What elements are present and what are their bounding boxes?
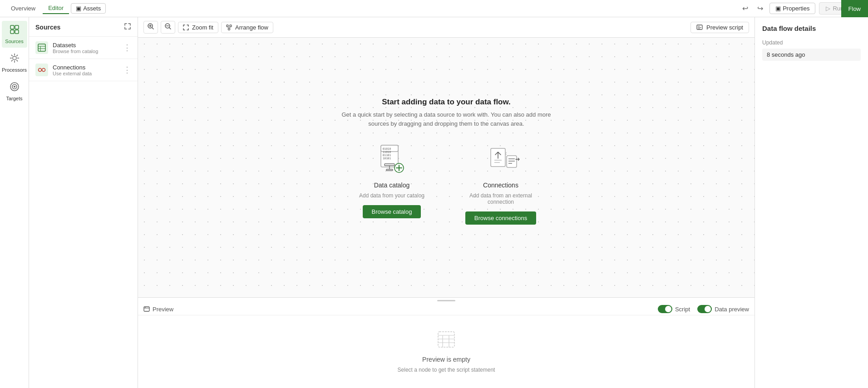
sidebar-item-targets[interactable]: Targets — [2, 78, 27, 105]
svg-line-10 — [16, 60, 18, 61]
svg-rect-56 — [507, 156, 517, 167]
svg-text:01101: 01101 — [383, 153, 391, 157]
targets-icon — [10, 82, 20, 94]
canvas-cards: 01010 11010 01101 10101 — [333, 142, 560, 225]
preview-icon — [143, 306, 150, 312]
svg-rect-16 — [38, 44, 45, 51]
datasets-name: Datasets — [53, 42, 118, 49]
assets-icon: ▣ — [76, 5, 81, 12]
zoom-in-button[interactable] — [143, 21, 158, 34]
canvas-center-desc: Get a quick start by selecting a data so… — [333, 110, 560, 128]
connections-source-icon — [35, 64, 48, 76]
datasets-source-item[interactable]: Datasets Browse from catalog ⋮ — [29, 37, 138, 59]
processors-icon — [10, 53, 20, 65]
svg-rect-31 — [230, 25, 232, 27]
browse-connections-button[interactable]: Browse connections — [465, 211, 536, 225]
datasets-icon — [35, 41, 48, 54]
svg-rect-1 — [15, 25, 19, 29]
connections-card-desc: Add data from an external connection — [460, 192, 542, 205]
connections-card: Connections Add data from an external co… — [460, 142, 542, 225]
data-catalog-icon: 01010 11010 01101 10101 — [371, 142, 412, 178]
undo-button[interactable]: ↩ — [740, 3, 751, 14]
bottom-resize-handle[interactable] — [138, 298, 755, 303]
connections-more-button[interactable]: ⋮ — [123, 65, 131, 75]
script-toggle-item: Script — [658, 305, 690, 313]
script-toggle-label: Script — [675, 306, 690, 313]
bottom-handle-bar — [437, 300, 455, 301]
properties-button[interactable]: ▣ Properties — [769, 3, 815, 14]
connections-card-name: Connections — [483, 182, 518, 189]
svg-rect-32 — [228, 28, 230, 30]
zoom-fit-button[interactable]: Zoom fit — [178, 22, 218, 33]
canvas-wrapper: Zoom fit Arrange flow — [138, 17, 755, 388]
tab-editor[interactable]: Editor — [43, 3, 69, 14]
connections-text: Connections Use external data — [53, 64, 118, 76]
svg-text:01010: 01010 — [383, 147, 391, 150]
zoom-out-button[interactable] — [161, 21, 175, 34]
data-preview-toggle-item: Data preview — [697, 305, 749, 313]
svg-point-20 — [39, 69, 42, 72]
toggle-group: Script Data preview — [658, 305, 749, 313]
empty-preview-title: Preview is empty — [422, 356, 470, 363]
sidebar-item-processors[interactable]: Processors — [2, 49, 27, 76]
canvas-grid: Start adding data to your data flow. Get… — [138, 38, 755, 297]
svg-line-12 — [11, 60, 12, 61]
svg-rect-47 — [386, 169, 393, 171]
svg-line-28 — [169, 28, 171, 29]
redo-button[interactable]: ↪ — [755, 3, 766, 14]
right-panel-title: Data flow details — [762, 25, 861, 32]
bottom-toolbar: Preview Script Data preview — [138, 303, 755, 315]
sources-icon — [10, 25, 20, 37]
sources-panel: Sources Datasets Browse from catalog — [29, 17, 138, 388]
svg-text:11010: 11010 — [383, 150, 391, 153]
data-catalog-name: Data catalog — [374, 182, 410, 189]
top-nav: Overview Editor ▣ Assets ↩ ↪ ▣ Propertie… — [0, 0, 868, 17]
sidebar-item-sources[interactable]: Sources — [2, 21, 27, 48]
connections-name: Connections — [53, 64, 118, 71]
datasets-more-button[interactable]: ⋮ — [123, 43, 131, 53]
main-layout: Sources Processors — [0, 17, 868, 388]
updated-value: 8 seconds ago — [762, 49, 861, 61]
targets-label: Targets — [6, 96, 22, 101]
sources-expand-button[interactable] — [124, 23, 131, 32]
svg-point-21 — [42, 69, 45, 72]
datasets-text: Datasets Browse from catalog — [53, 42, 118, 54]
svg-text:10101: 10101 — [383, 157, 391, 160]
data-catalog-card: 01010 11010 01101 10101 — [351, 142, 433, 218]
canvas-center-title: Start adding data to your data flow. — [333, 98, 560, 107]
sources-header: Sources — [29, 17, 138, 37]
data-preview-toggle[interactable] — [697, 305, 712, 313]
connections-card-icon — [480, 142, 521, 178]
connections-source-item[interactable]: Connections Use external data ⋮ — [29, 59, 138, 81]
right-panel: Data flow details Updated 8 seconds ago — [755, 17, 868, 388]
data-catalog-desc: Add data from your catalog — [359, 192, 424, 199]
data-preview-toggle-label: Data preview — [715, 306, 749, 313]
script-toggle[interactable] — [658, 305, 672, 313]
empty-preview-icon — [437, 331, 455, 352]
svg-rect-61 — [144, 307, 149, 311]
arrange-flow-button[interactable]: Arrange flow — [221, 22, 273, 33]
svg-line-11 — [16, 55, 18, 56]
connections-desc: Use external data — [53, 71, 118, 76]
svg-point-4 — [13, 56, 16, 60]
preview-script-button[interactable]: Preview script — [690, 22, 749, 33]
preview-label[interactable]: Preview — [143, 306, 173, 313]
updated-label: Updated — [762, 39, 861, 46]
empty-preview-desc: Select a node to get the script statemen… — [398, 367, 495, 373]
processors-label: Processors — [2, 67, 27, 73]
svg-rect-0 — [10, 25, 14, 29]
browse-catalog-button[interactable]: Browse catalog — [363, 205, 421, 218]
svg-line-24 — [152, 28, 154, 29]
datasets-desc: Browse from catalog — [53, 49, 118, 54]
svg-line-9 — [11, 55, 12, 56]
canvas-center: Start adding data to your data flow. Get… — [333, 98, 560, 225]
icon-sidebar: Sources Processors — [0, 17, 29, 388]
flow-tab: Flow — [841, 0, 868, 17]
svg-rect-64 — [438, 332, 454, 347]
run-icon: ▷ — [826, 5, 830, 12]
canvas-toolbar: Zoom fit Arrange flow — [138, 17, 755, 38]
bottom-panel: Preview Script Data preview — [138, 297, 755, 388]
assets-button[interactable]: ▣ Assets — [71, 3, 106, 14]
tab-overview[interactable]: Overview — [5, 3, 41, 14]
properties-icon: ▣ — [775, 5, 781, 12]
